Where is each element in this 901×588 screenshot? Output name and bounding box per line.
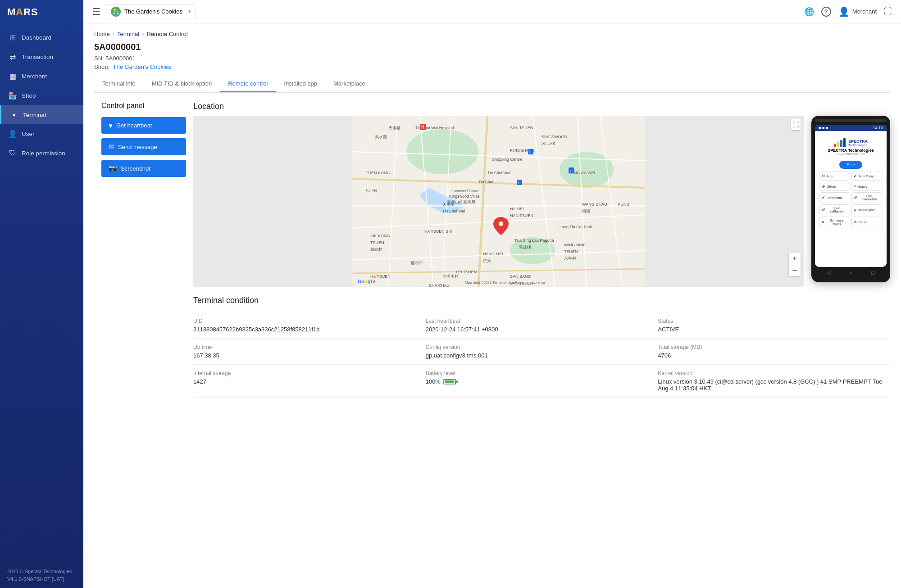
heartbeat-icon: ♥	[109, 122, 113, 129]
svg-rect-63	[528, 149, 533, 154]
spectra-sub: Technologies	[848, 144, 868, 147]
get-heartbeat-button[interactable]: ♥ Get heartbeat	[101, 117, 186, 134]
sidebar-item-role-permission[interactable]: 🛡 Role permission	[0, 144, 83, 163]
merchant-icon: ▦	[8, 72, 17, 81]
breadcrumb-terminal[interactable]: Terminal	[117, 31, 139, 37]
user-icon: 👤	[8, 130, 17, 138]
tc-kernel-value: Linux version 3.10.49 (ci@cd-server) (gc…	[658, 378, 883, 392]
close-icon: ✕	[854, 220, 857, 224]
svg-text:Locwood Court: Locwood Court	[451, 189, 479, 193]
map-controls: + −	[789, 253, 801, 276]
svg-text:Map data ©2020   Terms of Use : Map data ©2020 Terms of Use Report a map…	[465, 280, 546, 285]
svg-text:VILLAS: VILLAS	[542, 141, 555, 146]
tab-terminal-info[interactable]: Terminal info	[94, 76, 144, 92]
spectra-brand: SPECTRA	[848, 139, 868, 144]
phone-top-bar	[815, 119, 887, 122]
tabs: Terminal info MID TID & block option Rem…	[94, 76, 890, 93]
tab-content: Control panel ♥ Get heartbeat ✉ Send mes…	[94, 93, 890, 398]
svg-text:SUEN: SUEN	[366, 189, 377, 193]
svg-text:Tin Shui Wai: Tin Shui Wai	[487, 171, 510, 175]
tc-config-version: Config version gp.uat.configv3.tms.001	[426, 339, 658, 365]
tab-marketplace[interactable]: Marketplace	[325, 76, 373, 92]
svg-text:H: H	[421, 125, 424, 130]
svg-text:HA TSUEN SHI: HA TSUEN SHI	[424, 229, 452, 234]
control-panel: Control panel ♥ Get heartbeat ✉ Send mes…	[94, 102, 193, 398]
terminal-condition-grid: UID 3113808457622b9325c3a336c21258f85821…	[193, 312, 890, 398]
control-panel-title: Control panel	[101, 102, 186, 110]
phone-time: 14:10	[873, 126, 883, 130]
tc-internal-label: Internal storage	[193, 370, 419, 376]
svg-text:TSUEN: TSUEN	[370, 240, 384, 245]
svg-text:嘉湖山莊嘉湖居: 嘉湖山莊嘉湖居	[447, 199, 475, 204]
phone-screen: ■ ■ ■ 14:10	[815, 125, 887, 267]
sidebar-item-user[interactable]: 👤 User	[0, 124, 83, 144]
sidebar-item-shop[interactable]: 🏪 Shop	[0, 86, 83, 105]
user-area[interactable]: 👤 Merchant	[838, 6, 877, 17]
shop-link[interactable]: The Garden's Cookies	[113, 63, 171, 70]
content-area: Home › Terminal › Remote Control 5A00000…	[83, 23, 901, 588]
logo-bars	[834, 138, 846, 147]
tc-config-label: Config version	[426, 344, 651, 350]
main-area: ☰ 🏪 The Garden's Cookies ▾ 🌐 ? 👤 Merchan…	[83, 0, 901, 588]
phone-grid-summary-report: ≡ Summary report	[819, 217, 850, 227]
sidebar-item-terminal[interactable]: ▪ Terminal	[0, 105, 83, 124]
offline-icon: ⊘	[822, 184, 825, 189]
tc-storage-label: Total storage (MB)	[658, 344, 883, 350]
tc-kernel-label: Kernel version	[658, 370, 883, 376]
map-container: 天水圍 TUEN KONG SUEN KINGSWOOD VILLAS FUNG…	[193, 116, 804, 287]
svg-text:翠成樓: 翠成樓	[519, 245, 531, 249]
phone-grid-settlement: ✔ Settlement	[819, 192, 850, 203]
spectra-logo: SPECTRA Technologies	[834, 138, 868, 147]
chevron-down-icon: ▾	[188, 9, 191, 14]
tc-uid: UID 3113808457622b9325c3a336c21258f85821…	[193, 312, 426, 339]
zoom-out-button[interactable]: −	[789, 264, 801, 276]
svg-text:橫洲: 橫洲	[582, 209, 590, 213]
svg-text:NAN TSUEN: NAN TSUEN	[510, 213, 533, 218]
screenshot-button[interactable]: 📷 Screenshot	[101, 160, 186, 177]
svg-text:Shopping Centre: Shopping Centre	[492, 157, 523, 162]
sidebar-item-transaction[interactable]: ⇄ Transaction	[0, 47, 83, 67]
shop-selector[interactable]: 🏪 The Garden's Cookies ▾	[106, 4, 196, 19]
send-message-button[interactable]: ✉ Send message	[101, 138, 186, 155]
sidebar-nav: ⊞ Dashboard ⇄ Transaction ▦ Merchant 🏪 S…	[0, 24, 83, 562]
sidebar-item-label: Shop	[22, 92, 36, 99]
svg-text:天水圍: 天水圍	[388, 126, 400, 130]
breadcrumb-current: Remote Control	[147, 31, 188, 37]
svg-text:坑美: 坑美	[482, 258, 491, 263]
logo-text: MARS	[7, 6, 38, 18]
phone-grid-detail-report: ≡ Detail report	[851, 204, 882, 215]
phone-back-icon[interactable]: ◁	[827, 270, 831, 276]
phone-home-icon[interactable]: ○	[850, 270, 853, 276]
tc-storage-value: 4706	[658, 352, 883, 359]
transaction-icon: ⇄	[8, 53, 17, 61]
tab-installed-app[interactable]: Installed app	[276, 76, 325, 92]
hamburger-icon[interactable]: ☰	[92, 6, 100, 17]
expand-icon[interactable]: ⛶	[884, 7, 892, 16]
phone-grid-auth: ↻ Auth	[819, 172, 850, 181]
camera-icon: 📷	[109, 164, 117, 172]
zoom-in-button[interactable]: +	[789, 253, 801, 264]
terminal-sn: SN: 5A0000001	[94, 55, 890, 62]
svg-text:沙洲里村: 沙洲里村	[442, 274, 459, 279]
phone-grid: ↻ Auth ✔ Auth Comp	[819, 172, 883, 227]
tab-mid-tid[interactable]: MID TID & block option	[144, 76, 220, 92]
sidebar-item-merchant[interactable]: ▦ Merchant	[0, 67, 83, 86]
breadcrumb-home[interactable]: Home	[94, 31, 110, 37]
breadcrumb: Home › Terminal › Remote Control	[94, 31, 890, 37]
phone-company-full: SPECTRA Technologies	[828, 148, 874, 153]
phone-recent-icon[interactable]: □	[871, 270, 874, 276]
globe-icon[interactable]: 🌐	[804, 7, 814, 17]
svg-text:HA TSUEN: HA TSUEN	[370, 274, 391, 279]
breadcrumb-sep-2: ›	[142, 31, 144, 37]
svg-point-62	[499, 222, 503, 226]
map-expand-button[interactable]: ⛶	[791, 119, 801, 130]
sidebar-item-label: Terminal	[23, 112, 46, 118]
sidebar-item-dashboard[interactable]: ⊞ Dashboard	[0, 28, 83, 47]
phone-grid-auth-comp: ✔ Auth Comp	[851, 172, 882, 181]
tab-remote-control[interactable]: Remote control	[220, 76, 276, 92]
svg-text:i: i	[518, 181, 519, 185]
battery-icon	[443, 379, 458, 384]
help-icon[interactable]: ?	[821, 7, 831, 17]
phone-sale-button[interactable]: Sale	[839, 161, 862, 169]
phone-logo-area: SPECTRA Technologies SPECTRA Technologie…	[819, 135, 883, 158]
